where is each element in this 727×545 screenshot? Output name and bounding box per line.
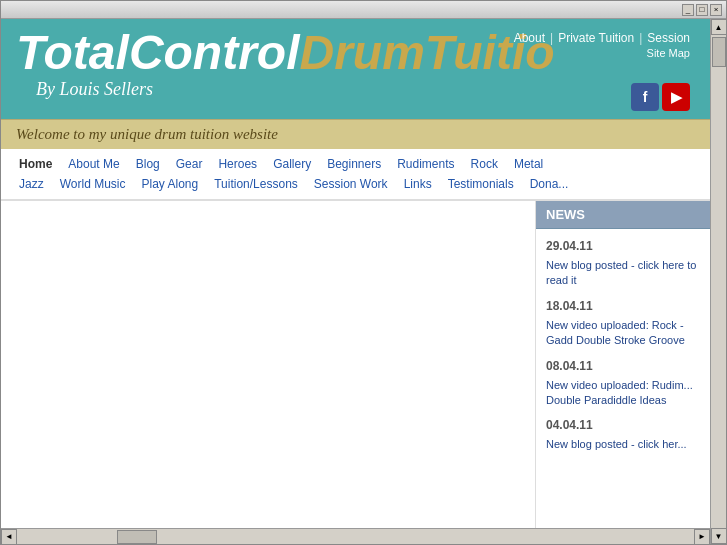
subtitle: By Louis Sellers (36, 79, 695, 100)
scroll-right-button[interactable]: ► (694, 529, 710, 545)
nav-donate[interactable]: Dona... (522, 174, 577, 194)
browser-content: TotalControlDrumTuitio By Louis Sellers … (1, 19, 726, 544)
news-date-1: 29.04.11 (546, 237, 700, 255)
nav-row-2: Jazz World Music Play Along Tuition/Less… (11, 174, 700, 194)
title-white: TotalControl (16, 29, 300, 77)
about-link[interactable]: About (514, 31, 545, 45)
nav-world-music[interactable]: World Music (52, 174, 134, 194)
browser-titlebar: _ □ × (1, 1, 726, 19)
header-top-nav: About | Private Tuition | Session (514, 31, 690, 45)
bottom-scrollbar: ◄ ► (1, 528, 710, 544)
main-content (1, 201, 535, 528)
browser-frame: _ □ × TotalControlDrumTuitio By Louis Se… (0, 0, 727, 545)
nav-session-work[interactable]: Session Work (306, 174, 396, 194)
news-item-2[interactable]: New video uploaded: Rock - Gadd Double S… (546, 318, 700, 349)
news-date-3: 08.04.11 (546, 357, 700, 375)
news-sidebar: NEWS 29.04.11 New blog posted - click he… (535, 201, 710, 528)
maximize-button[interactable]: □ (696, 4, 708, 16)
session-link[interactable]: Session (647, 31, 690, 45)
main-nav: Home About Me Blog Gear Heroes Gallery B… (1, 149, 710, 201)
sep2: | (639, 31, 642, 45)
sep1: | (550, 31, 553, 45)
nav-metal[interactable]: Metal (506, 154, 551, 174)
nav-row-1: Home About Me Blog Gear Heroes Gallery B… (11, 154, 700, 174)
scrollbar-thumb[interactable] (712, 37, 726, 67)
scroll-down-button[interactable]: ▼ (711, 528, 727, 544)
news-item-3[interactable]: New video uploaded: Rudim... Double Para… (546, 378, 700, 409)
youtube-icon[interactable]: ▶ (662, 83, 690, 111)
nav-rudiments[interactable]: Rudiments (389, 154, 462, 174)
news-date-4: 04.04.11 (546, 416, 700, 434)
scroll-left-button[interactable]: ◄ (1, 529, 17, 545)
nav-rock[interactable]: Rock (463, 154, 506, 174)
minimize-button[interactable]: _ (682, 4, 694, 16)
page-wrapper: TotalControlDrumTuitio By Louis Sellers … (1, 19, 710, 544)
nav-testimonials[interactable]: Testimonials (440, 174, 522, 194)
nav-gallery[interactable]: Gallery (265, 154, 319, 174)
scroll-up-button[interactable]: ▲ (711, 19, 727, 35)
scrollbar-x-thumb[interactable] (117, 530, 157, 544)
nav-tuition-lessons[interactable]: Tuition/Lessons (206, 174, 306, 194)
nav-beginners[interactable]: Beginners (319, 154, 389, 174)
private-tuition-link[interactable]: Private Tuition (558, 31, 634, 45)
nav-gear[interactable]: Gear (168, 154, 211, 174)
nav-play-along[interactable]: Play Along (133, 174, 206, 194)
social-icons: f ▶ (631, 83, 690, 111)
close-button[interactable]: × (710, 4, 722, 16)
site-header: TotalControlDrumTuitio By Louis Sellers … (1, 19, 710, 119)
nav-about-me[interactable]: About Me (60, 154, 127, 174)
news-date-2: 18.04.11 (546, 297, 700, 315)
news-header: NEWS (536, 201, 710, 229)
nav-links[interactable]: Links (396, 174, 440, 194)
facebook-icon[interactable]: f (631, 83, 659, 111)
content-area: NEWS 29.04.11 New blog posted - click he… (1, 201, 710, 528)
news-content: 29.04.11 New blog posted - click here to… (536, 229, 710, 467)
nav-home[interactable]: Home (11, 154, 60, 174)
news-item-4[interactable]: New blog posted - click her... (546, 437, 700, 452)
site-map-link[interactable]: Site Map (647, 47, 690, 59)
nav-blog[interactable]: Blog (128, 154, 168, 174)
nav-heroes[interactable]: Heroes (210, 154, 265, 174)
welcome-banner: Welcome to my unique drum tuition websit… (1, 119, 710, 149)
news-item-1[interactable]: New blog posted - click here to read it (546, 258, 700, 289)
vertical-scrollbar: ▲ ▼ (710, 19, 726, 544)
nav-jazz[interactable]: Jazz (11, 174, 52, 194)
